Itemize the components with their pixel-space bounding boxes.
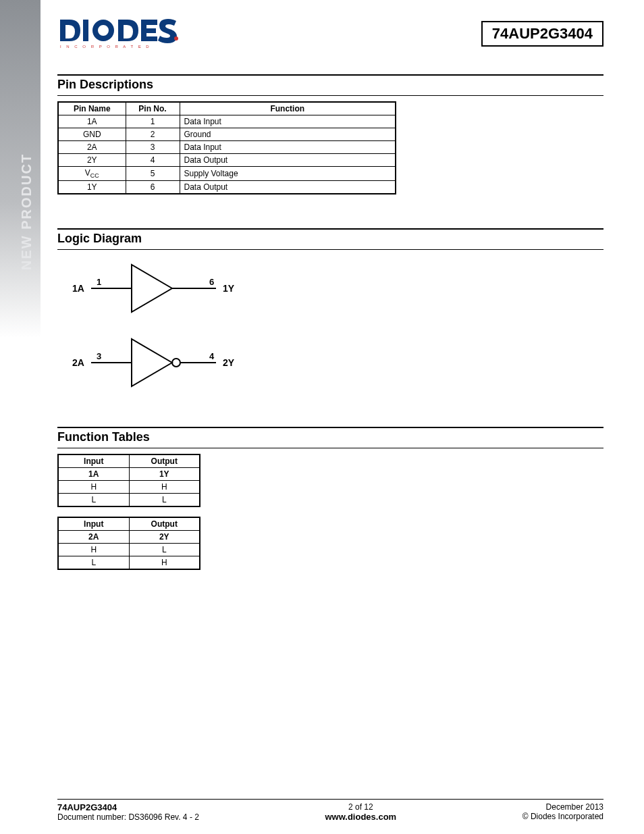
svg-marker-3	[132, 265, 172, 312]
col-header-pin-name: Pin Name	[58, 102, 126, 115]
function-table-2: InputOutput 2A2Y HL LH	[57, 517, 200, 570]
table-row: 1A1Data Input	[58, 115, 396, 128]
gate1-out-pin: 6	[209, 277, 214, 287]
page-content: I N C O R P O R A T E D 74AUP2G3404 Pin …	[57, 14, 603, 834]
gate1-in-label: 1A	[72, 283, 84, 294]
footer-date: December 2013	[522, 802, 603, 812]
col-header-pin-no: Pin No.	[126, 102, 180, 115]
function-table-1: InputOutput 1A1Y HH LL	[57, 454, 200, 507]
sidebar-label: NEW PRODUCT	[19, 153, 34, 270]
gate1-in-pin: 1	[97, 277, 101, 287]
footer-center: 2 of 12 www.diodes.com	[325, 802, 396, 822]
page-header: I N C O R P O R A T E D 74AUP2G3404	[57, 14, 603, 54]
table-header-row: Pin Name Pin No. Function	[58, 102, 396, 115]
footer-right: December 2013 © Diodes Incorporated	[522, 802, 603, 822]
table-row: HH	[58, 481, 200, 494]
footer-url: www.diodes.com	[325, 812, 396, 822]
table-row: LH	[58, 556, 200, 570]
section-heading-logic-diagram: Logic Diagram	[57, 228, 603, 250]
col-header-function: Function	[180, 102, 396, 115]
diodes-logo: I N C O R P O R A T E D	[57, 16, 179, 52]
gate2-in-pin: 3	[97, 351, 101, 361]
table-row: 1Y6Data Output	[58, 181, 396, 194]
table-row: GND2Ground	[58, 128, 396, 141]
table-row: 2Y4Data Output	[58, 154, 396, 167]
gate2-out-label: 2Y	[223, 357, 235, 368]
section-heading-pin-descriptions: Pin Descriptions	[57, 74, 603, 96]
svg-marker-6	[132, 339, 172, 386]
pin-descriptions-table: Pin Name Pin No. Function 1A1Data Input …	[57, 101, 396, 194]
table-row: LL	[58, 494, 200, 507]
svg-point-1	[174, 36, 178, 41]
gate2-out-pin: 4	[209, 351, 215, 361]
footer-page-number: 2 of 12	[325, 802, 396, 812]
table-row: 2A3Data Input	[58, 141, 396, 154]
logo-subtext: I N C O R P O R A T E D	[60, 45, 151, 49]
svg-rect-0	[83, 20, 88, 41]
section-heading-function-tables: Function Tables	[57, 427, 603, 448]
footer-left: 74AUP2G3404 Document number: DS36096 Rev…	[57, 802, 199, 822]
logic-diagram: 1A 1 6 1Y 2A 3 4 2Y	[71, 258, 246, 400]
page-footer: 74AUP2G3404 Document number: DS36096 Rev…	[57, 799, 603, 822]
gate2-in-label: 2A	[72, 357, 84, 368]
footer-copyright: © Diodes Incorporated	[522, 812, 603, 821]
table-row: VCC5Supply Voltage	[58, 167, 396, 181]
table-row: HL	[58, 544, 200, 556]
footer-document-number: Document number: DS36096 Rev. 4 - 2	[57, 812, 199, 822]
part-number-box: 74AUP2G3404	[481, 21, 603, 47]
new-product-sidebar: NEW PRODUCT	[0, 0, 41, 338]
gate1-out-label: 1Y	[223, 283, 235, 294]
footer-part-number: 74AUP2G3404	[57, 802, 199, 812]
